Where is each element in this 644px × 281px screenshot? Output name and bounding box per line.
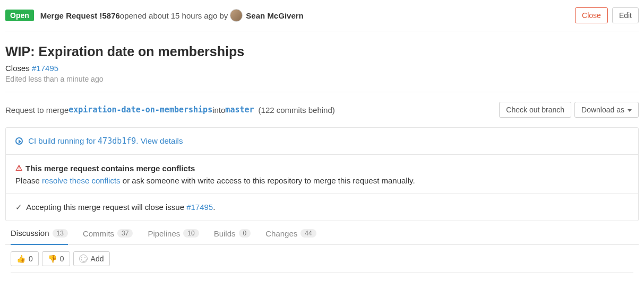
tab-changes-count: 44 bbox=[300, 229, 316, 238]
conflict-title-text: This merge request contains merge confli… bbox=[25, 164, 195, 173]
mr-id: Merge Request !5876 bbox=[40, 11, 120, 20]
thumbs-up-button[interactable]: 👍0 bbox=[11, 251, 39, 266]
closing-section: ✓ Accepting this merge request will clos… bbox=[6, 194, 638, 221]
merge-request-row: Request to merge expiration-date-on-memb… bbox=[5, 92, 639, 127]
tab-commits-count: 37 bbox=[117, 229, 133, 238]
conflict-suffix: or ask someone with write access to this… bbox=[121, 176, 415, 185]
checkout-branch-button[interactable]: Check out branch bbox=[499, 102, 571, 118]
thumbs-up-icon: 👍 bbox=[16, 254, 25, 263]
thumbs-down-button[interactable]: 👎0 bbox=[42, 251, 70, 266]
download-as-button[interactable]: Download as bbox=[574, 102, 639, 118]
avatar[interactable] bbox=[230, 9, 243, 22]
thumbs-down-icon: 👎 bbox=[48, 254, 57, 263]
target-branch[interactable]: master bbox=[225, 105, 254, 115]
conflict-section: ⚠ This merge request contains merge conf… bbox=[6, 155, 638, 194]
check-icon: ✓ bbox=[15, 203, 22, 212]
source-branch[interactable]: expiration-date-on-memberships bbox=[68, 105, 212, 115]
closing-prefix: Accepting this merge request will close … bbox=[26, 203, 186, 212]
mr-tabs: Discussion13 Commits37 Pipelines10 Build… bbox=[5, 221, 639, 245]
warning-icon: ⚠ bbox=[15, 163, 22, 173]
closes-prefix: Closes bbox=[5, 64, 32, 73]
tab-discussion-count: 13 bbox=[53, 229, 68, 238]
ci-running-icon bbox=[15, 137, 23, 145]
into-text: into bbox=[212, 106, 225, 115]
mr-meta-text: opened about 15 hours ago by bbox=[120, 11, 228, 20]
caret-down-icon bbox=[628, 109, 632, 112]
tab-discussion[interactable]: Discussion13 bbox=[11, 229, 68, 245]
ci-link[interactable]: CI build running for 473db1f9. View deta… bbox=[28, 136, 183, 145]
smile-icon bbox=[79, 254, 88, 263]
add-reaction-button[interactable]: Add bbox=[73, 251, 110, 266]
mr-header: Open Merge Request !5876 opened about 15… bbox=[5, 5, 639, 31]
closing-issue-link[interactable]: #17495 bbox=[186, 203, 213, 212]
page-title: WIP: Expiration date on memberships bbox=[5, 44, 639, 59]
closing-suffix: . bbox=[213, 203, 215, 212]
tab-pipelines-count: 10 bbox=[183, 229, 199, 238]
edit-button[interactable]: Edit bbox=[612, 7, 639, 23]
reactions-bar: 👍0 👎0 Add bbox=[11, 245, 633, 273]
close-button[interactable]: Close bbox=[575, 7, 608, 23]
tab-builds-count: 0 bbox=[239, 229, 251, 238]
closes-issue-link[interactable]: #17495 bbox=[32, 64, 58, 73]
tab-pipelines[interactable]: Pipelines10 bbox=[148, 229, 199, 244]
tab-commits[interactable]: Commits37 bbox=[83, 229, 133, 244]
tab-changes[interactable]: Changes44 bbox=[265, 229, 316, 244]
edited-note: Edited less than a minute ago bbox=[5, 75, 639, 83]
ci-section: CI build running for 473db1f9. View deta… bbox=[6, 128, 638, 155]
resolve-conflicts-link[interactable]: resolve these conflicts bbox=[42, 176, 121, 185]
tab-builds[interactable]: Builds0 bbox=[214, 229, 251, 244]
title-block: WIP: Expiration date on memberships Clos… bbox=[5, 31, 639, 92]
status-badge: Open bbox=[5, 10, 34, 21]
commits-behind: (122 commits behind) bbox=[259, 106, 335, 115]
author-link[interactable]: Sean McGivern bbox=[246, 11, 303, 20]
mr-status-box: CI build running for 473db1f9. View deta… bbox=[5, 127, 639, 221]
merge-prefix: Request to merge bbox=[5, 106, 68, 115]
conflict-please: Please bbox=[15, 176, 42, 185]
